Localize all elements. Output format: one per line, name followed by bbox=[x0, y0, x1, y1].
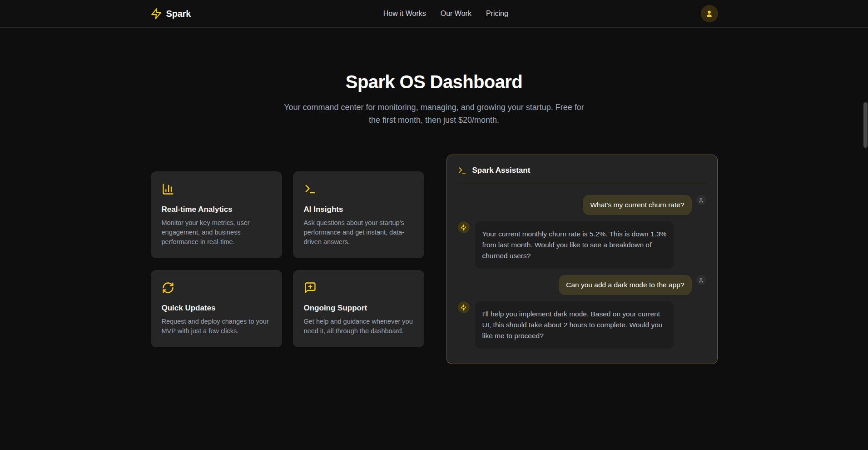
assistant-message-bubble: Your current monthly churn rate is 5.2%.… bbox=[475, 221, 674, 269]
assistant-header: Spark Assistant bbox=[458, 166, 706, 175]
user-message-bubble: Can you add a dark mode to the app? bbox=[559, 275, 691, 295]
spark-assistant-panel: Spark Assistant What's my current churn … bbox=[446, 155, 718, 364]
user-icon bbox=[698, 197, 704, 203]
feature-description: Get help and guidance whenever you need … bbox=[304, 317, 413, 336]
chat-messages: What's my current churn rate? Your curre… bbox=[458, 195, 706, 349]
chat-message-user: Can you add a dark mode to the app? bbox=[458, 275, 706, 295]
scrollbar-track[interactable] bbox=[863, 0, 868, 450]
user-avatar bbox=[696, 275, 706, 285]
feature-description: Monitor your key metrics, user engagemen… bbox=[162, 218, 271, 247]
zap-icon bbox=[460, 224, 467, 231]
feature-cards: Real-time Analytics Monitor your key met… bbox=[151, 171, 424, 347]
user-filled-icon bbox=[705, 10, 714, 18]
user-icon bbox=[698, 277, 704, 283]
terminal-icon bbox=[458, 166, 467, 175]
nav-link-how-it-works[interactable]: How it Works bbox=[383, 10, 426, 18]
chat-message-user: What's my current churn rate? bbox=[458, 195, 706, 215]
page-subtitle: Your command center for monitoring, mana… bbox=[278, 101, 591, 126]
feature-title: Real-time Analytics bbox=[162, 205, 271, 214]
scrollbar-thumb[interactable] bbox=[863, 102, 868, 148]
refresh-icon bbox=[162, 281, 271, 294]
feature-title: Quick Updates bbox=[162, 304, 271, 313]
chart-column-icon bbox=[162, 183, 271, 195]
feature-title: AI Insights bbox=[304, 205, 413, 214]
user-message-bubble: What's my current churn rate? bbox=[583, 195, 691, 215]
feature-title: Ongoing Support bbox=[304, 304, 413, 313]
zap-icon bbox=[460, 304, 467, 311]
feature-card-realtime-analytics: Real-time Analytics Monitor your key met… bbox=[151, 171, 282, 258]
page: Spark How it Works Our Work Pricing Spar… bbox=[0, 0, 868, 450]
assistant-title: Spark Assistant bbox=[472, 166, 531, 175]
page-title: Spark OS Dashboard bbox=[0, 72, 868, 92]
chat-message-assistant: Your current monthly churn rate is 5.2%.… bbox=[458, 221, 706, 269]
user-avatar bbox=[696, 195, 706, 205]
assistant-message-bubble: I'll help you implement dark mode. Based… bbox=[475, 301, 674, 349]
brand-logo[interactable]: Spark bbox=[150, 8, 191, 20]
feature-description: Ask questions about your startup's perfo… bbox=[304, 218, 413, 247]
nav-link-our-work[interactable]: Our Work bbox=[441, 10, 471, 18]
nav-links: How it Works Our Work Pricing bbox=[191, 10, 700, 18]
feature-description: Request and deploy changes to your MVP w… bbox=[162, 317, 271, 336]
nav-link-pricing[interactable]: Pricing bbox=[486, 10, 508, 18]
terminal-icon bbox=[304, 183, 413, 195]
feature-card-quick-updates: Quick Updates Request and deploy changes… bbox=[151, 270, 282, 347]
message-square-plus-icon bbox=[304, 281, 413, 294]
user-avatar-button[interactable] bbox=[701, 5, 718, 22]
zap-icon bbox=[150, 8, 162, 20]
navbar: Spark How it Works Our Work Pricing bbox=[0, 0, 868, 28]
hero-section: Spark OS Dashboard Your command center f… bbox=[0, 28, 868, 126]
assistant-avatar bbox=[458, 301, 470, 313]
chat-message-assistant: I'll help you implement dark mode. Based… bbox=[458, 301, 706, 349]
feature-card-ongoing-support: Ongoing Support Get help and guidance wh… bbox=[293, 270, 424, 347]
main-content: Real-time Analytics Monitor your key met… bbox=[0, 155, 868, 364]
feature-card-ai-insights: AI Insights Ask questions about your sta… bbox=[293, 171, 424, 258]
brand-name: Spark bbox=[166, 9, 191, 19]
assistant-avatar bbox=[458, 221, 470, 233]
divider bbox=[458, 183, 706, 183]
